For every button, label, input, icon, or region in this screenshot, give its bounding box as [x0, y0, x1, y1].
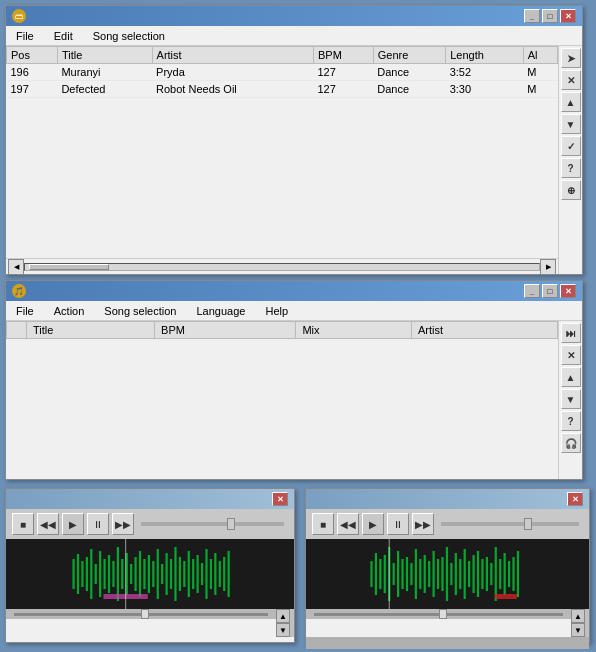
- cell-artist: Pryda: [152, 64, 313, 81]
- table-row[interactable]: 197 Defected Robot Needs Oil 127 Dance 3…: [7, 81, 558, 98]
- player1-close-btn[interactable]: ✕: [272, 492, 288, 506]
- mix-table: Title BPM Mix Artist: [6, 321, 558, 339]
- djmix-song-selection-menu[interactable]: Song selection: [98, 303, 182, 319]
- djmix-file-menu[interactable]: File: [10, 303, 40, 319]
- player1-controls: ■ ◀◀ ▶ ⏸ ▶▶: [6, 509, 294, 539]
- edit-menu[interactable]: Edit: [48, 28, 79, 44]
- svg-rect-18: [152, 561, 154, 587]
- cell-title: Defected: [57, 81, 152, 98]
- svg-rect-22: [170, 559, 172, 589]
- djmix-close-btn[interactable]: ✕: [560, 284, 576, 298]
- player2-pitch-slider[interactable]: [306, 609, 571, 619]
- svg-rect-57: [455, 553, 457, 595]
- player2-bottom: ▲ ▼: [306, 609, 589, 637]
- player1-prev-btn[interactable]: ◀◀: [37, 513, 59, 535]
- djmix-skip-end-btn[interactable]: ⏭: [561, 323, 581, 343]
- col-al: Al: [523, 47, 557, 64]
- cell-artist: Robot Needs Oil: [152, 81, 313, 98]
- player1-next-btn[interactable]: ▶▶: [112, 513, 134, 535]
- svg-rect-41: [384, 555, 386, 593]
- djmix-action-menu[interactable]: Action: [48, 303, 91, 319]
- player1-pitch-thumb[interactable]: [141, 609, 149, 619]
- djmix-headphone-btn[interactable]: 🎧: [561, 433, 581, 453]
- djmix-maximize-btn[interactable]: □: [542, 284, 558, 298]
- djmix-title-bar: 🎵 _ □ ✕: [6, 281, 582, 301]
- djmix-down-btn[interactable]: ▼: [561, 389, 581, 409]
- svg-rect-29: [201, 563, 203, 585]
- scroll-left-btn[interactable]: ◀: [8, 259, 24, 275]
- mix-col-title: Title: [27, 322, 155, 339]
- toolbar-close-btn[interactable]: ✕: [561, 70, 581, 90]
- svg-rect-68: [504, 553, 506, 595]
- toolbar-question-btn[interactable]: ?: [561, 158, 581, 178]
- djmix-question-btn[interactable]: ?: [561, 411, 581, 431]
- db-table-area: Pos Title Artist BPM Genre Length Al 196…: [6, 46, 558, 274]
- player2-prev-btn[interactable]: ◀◀: [337, 513, 359, 535]
- player1-play-btn[interactable]: ▶: [62, 513, 84, 535]
- djmix-minimize-btn[interactable]: _: [524, 284, 540, 298]
- player2-next-btn[interactable]: ▶▶: [412, 513, 434, 535]
- djmix-icon: 🎵: [12, 284, 26, 298]
- maximize-button[interactable]: □: [542, 9, 558, 23]
- player2-window: ✕ ■ ◀◀ ▶ ⏸ ▶▶: [305, 488, 590, 643]
- player2-title-buttons: ✕: [567, 492, 583, 506]
- svg-rect-28: [197, 555, 199, 593]
- djmix-help-menu[interactable]: Help: [259, 303, 294, 319]
- scroll-right-btn[interactable]: ▶: [540, 259, 556, 275]
- table-row[interactable]: 196 Muranyi Pryda 127 Dance 3:52 M: [7, 64, 558, 81]
- minimize-button[interactable]: _: [524, 9, 540, 23]
- svg-rect-64: [486, 557, 488, 591]
- djmix-up-btn[interactable]: ▲: [561, 367, 581, 387]
- col-indicator: [7, 322, 27, 339]
- player2-side-up[interactable]: ▲: [571, 609, 585, 623]
- svg-rect-9: [112, 561, 114, 587]
- svg-rect-5: [95, 564, 97, 584]
- svg-rect-48: [415, 549, 417, 599]
- song-selection-menu[interactable]: Song selection: [87, 28, 171, 44]
- player1-volume-slider[interactable]: [141, 522, 284, 526]
- scroll-thumb[interactable]: [29, 264, 109, 270]
- db-table-scroll[interactable]: Pos Title Artist BPM Genre Length Al 196…: [6, 46, 558, 258]
- djmix-language-menu[interactable]: Language: [190, 303, 251, 319]
- toolbar-down-btn[interactable]: ▼: [561, 114, 581, 134]
- djmix-right-toolbar: ⏭ ✕ ▲ ▼ ? 🎧: [558, 321, 582, 479]
- svg-rect-24: [179, 557, 181, 591]
- player2-stop-btn[interactable]: ■: [312, 513, 334, 535]
- player1-pitch-area: [6, 609, 276, 637]
- scroll-track[interactable]: [24, 263, 540, 271]
- player2-side-controls: ▲ ▼: [571, 609, 589, 637]
- djmix-title-buttons: _ □ ✕: [524, 284, 576, 298]
- toolbar-check-btn[interactable]: ✓: [561, 136, 581, 156]
- horizontal-scrollbar[interactable]: ◀ ▶: [6, 258, 558, 274]
- player1-side-down[interactable]: ▼: [276, 623, 290, 637]
- player2-volume-slider[interactable]: [441, 522, 579, 526]
- svg-rect-11: [121, 559, 123, 589]
- svg-rect-52: [433, 551, 435, 597]
- svg-rect-50: [424, 555, 426, 593]
- player1-pitch-slider[interactable]: [6, 609, 276, 619]
- player1-stop-btn[interactable]: ■: [12, 513, 34, 535]
- player2-pitch-track[interactable]: [314, 613, 563, 616]
- player2-volume-thumb[interactable]: [524, 518, 532, 530]
- close-button[interactable]: ✕: [560, 9, 576, 23]
- player1-pause-btn[interactable]: ⏸: [87, 513, 109, 535]
- database-title-bar: 🗃 _ □ ✕: [6, 6, 582, 26]
- svg-rect-33: [219, 561, 221, 587]
- mix-col-bpm: BPM: [155, 322, 296, 339]
- player2-play-btn[interactable]: ▶: [362, 513, 384, 535]
- player1-volume-thumb[interactable]: [227, 518, 235, 530]
- player2-pitch-thumb[interactable]: [439, 609, 447, 619]
- player2-close-btn[interactable]: ✕: [567, 492, 583, 506]
- djmix-close-btn[interactable]: ✕: [561, 345, 581, 365]
- player1-pitch-track[interactable]: [14, 613, 268, 616]
- toolbar-arrow-btn[interactable]: ➤: [561, 48, 581, 68]
- player2-pause-btn[interactable]: ⏸: [387, 513, 409, 535]
- svg-rect-19: [157, 549, 159, 599]
- toolbar-expand-btn[interactable]: ⊕: [561, 180, 581, 200]
- toolbar-up-btn[interactable]: ▲: [561, 92, 581, 112]
- svg-rect-58: [459, 559, 461, 589]
- player1-side-up[interactable]: ▲: [276, 609, 290, 623]
- file-menu[interactable]: File: [10, 28, 40, 44]
- player2-side-down[interactable]: ▼: [571, 623, 585, 637]
- svg-rect-14: [134, 557, 136, 591]
